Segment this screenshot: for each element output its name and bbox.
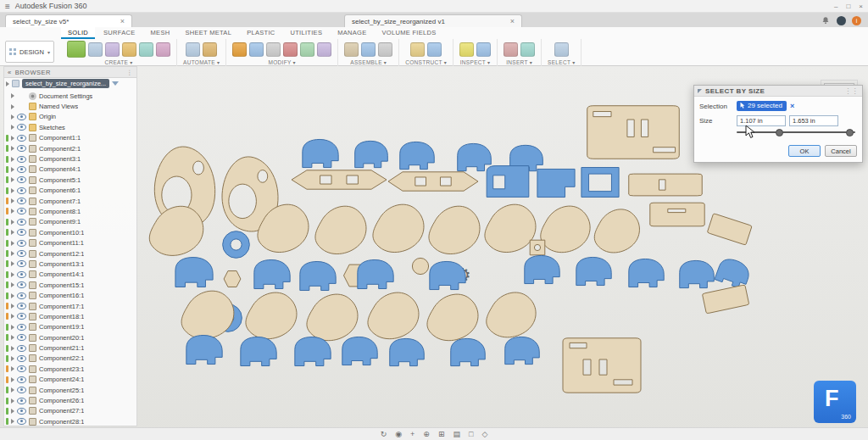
part-frame[interactable] (581, 168, 619, 198)
ribbon-group-dropdown[interactable]: INSPECT (460, 59, 491, 65)
chevron-right-icon[interactable] (11, 230, 14, 235)
chevron-right-icon[interactable] (11, 136, 14, 141)
chevron-right-icon[interactable] (11, 114, 14, 120)
part-comma[interactable] (295, 337, 331, 365)
part-plate[interactable] (650, 203, 704, 226)
part-egg[interactable] (427, 294, 478, 341)
orbit-icon[interactable]: ↻ (381, 431, 387, 438)
size-range-slider[interactable] (737, 128, 855, 136)
part-comma[interactable] (680, 260, 714, 287)
visibility-eye-icon[interactable] (17, 114, 26, 120)
visibility-eye-icon[interactable] (17, 324, 26, 331)
browser-root-row[interactable]: select_by_size_reorganize... (4, 78, 136, 89)
visibility-eye-icon[interactable] (17, 365, 26, 372)
tree-item[interactable]: Component1:1 (4, 133, 136, 143)
chevron-right-icon[interactable] (11, 293, 14, 298)
root-component-label[interactable]: select_by_size_reorganize... (22, 79, 109, 88)
selection-count-badge[interactable]: 29 selected (737, 101, 787, 111)
pan-icon[interactable]: + (410, 431, 415, 438)
drag-grip-icon[interactable]: ⋮⋮ (844, 87, 859, 95)
fillet-icon[interactable] (249, 42, 264, 57)
clear-selection-icon[interactable]: × (790, 102, 794, 110)
chevron-right-icon[interactable] (6, 81, 9, 86)
ribbon-group-dropdown[interactable]: CONSTRUCT (405, 59, 447, 65)
document-tab[interactable]: select_by_size_reorganized v1 × (344, 14, 522, 27)
size-min-input[interactable]: 1.107 in (737, 115, 786, 126)
visibility-eye-icon[interactable] (17, 198, 26, 204)
chevron-right-icon[interactable] (11, 209, 14, 214)
tree-item[interactable]: Component9:1 (4, 217, 136, 227)
fusion-360-logo[interactable]: F 360 (814, 381, 856, 423)
chevron-right-icon[interactable] (11, 366, 14, 371)
part-comma[interactable] (400, 142, 434, 169)
chevron-right-icon[interactable] (11, 325, 14, 330)
zoom-icon[interactable]: ⊕ (423, 431, 430, 438)
minimize-button[interactable]: – (834, 3, 837, 10)
browser-options-icon[interactable]: ⋮ (126, 69, 133, 76)
scripts-addins-icon[interactable] (203, 42, 217, 57)
visibility-eye-icon[interactable] (17, 281, 26, 288)
decal-icon[interactable] (520, 42, 535, 57)
document-tab[interactable]: select_by_size v5* × (5, 14, 132, 27)
ribbon-tab[interactable]: MANAGE (331, 27, 373, 39)
ribbon-group-dropdown[interactable]: CREATE (105, 59, 133, 65)
chevron-right-icon[interactable] (11, 125, 14, 130)
tree-item[interactable]: Component11:1 (4, 237, 136, 248)
chevron-right-icon[interactable] (11, 335, 14, 340)
tree-item[interactable]: Component25:1 (4, 385, 136, 395)
chevron-right-icon[interactable] (11, 104, 14, 109)
visibility-eye-icon[interactable] (17, 229, 26, 236)
notification-bell-icon[interactable] (821, 15, 831, 25)
tree-item[interactable]: Component17:1 (4, 301, 136, 311)
ribbon-group-dropdown[interactable]: MODIFY (269, 59, 296, 65)
user-avatar[interactable] (837, 16, 846, 25)
tree-item[interactable]: Component28:1 (4, 416, 136, 426)
part-comma[interactable] (186, 335, 222, 364)
chevron-right-icon[interactable] (11, 220, 14, 225)
select-tool-icon[interactable] (554, 42, 569, 57)
cancel-button[interactable]: Cancel (825, 145, 857, 157)
dialog-header[interactable]: SELECT BY SIZE ⋮⋮ (694, 86, 862, 97)
section-analysis-icon[interactable] (476, 42, 491, 57)
pattern-icon[interactable] (156, 42, 170, 57)
new-sketch-icon[interactable] (67, 41, 86, 58)
new-component-icon[interactable] (344, 42, 359, 57)
part-comma[interactable] (525, 255, 559, 283)
tree-item[interactable]: Component24:1 (4, 375, 136, 385)
slider-handle-min[interactable] (776, 129, 783, 136)
visibility-eye-icon[interactable] (17, 156, 26, 163)
part-comma[interactable] (390, 338, 424, 365)
chevron-right-icon[interactable] (11, 272, 14, 277)
measure-icon[interactable] (459, 42, 474, 57)
tree-item[interactable]: Component22:1 (4, 354, 136, 364)
ribbon-tab[interactable]: MESH (144, 27, 177, 39)
part-egg[interactable] (429, 206, 480, 253)
chevron-right-icon[interactable] (11, 377, 14, 382)
part-egg[interactable] (487, 292, 536, 337)
slider-track[interactable] (737, 131, 855, 133)
rigid-group-icon[interactable] (378, 42, 392, 57)
revolve-icon[interactable] (105, 42, 120, 57)
part-zigzag[interactable] (388, 172, 478, 191)
part-comma[interactable] (629, 259, 664, 287)
look-at-icon[interactable]: ◉ (395, 431, 402, 438)
chevron-right-icon[interactable] (11, 157, 14, 162)
tree-item[interactable]: Component3:1 (4, 153, 136, 164)
slider-handle-max[interactable] (846, 129, 854, 136)
fit-icon[interactable]: ⊞ (438, 431, 445, 438)
tree-item[interactable]: Component23:1 (4, 364, 136, 374)
ribbon-tab[interactable]: PLASTIC (240, 27, 281, 39)
tree-item[interactable]: Sketches (4, 122, 136, 132)
part-comma[interactable] (355, 141, 388, 167)
tree-item[interactable]: Component4:1 (4, 164, 136, 175)
part-egg[interactable] (315, 206, 366, 253)
chevron-right-icon[interactable] (11, 282, 14, 287)
part-hex[interactable] (224, 271, 241, 287)
part-egg[interactable] (307, 294, 358, 341)
visibility-eye-icon[interactable] (17, 145, 26, 152)
visibility-eye-icon[interactable] (17, 355, 26, 362)
tree-item[interactable]: Named Views (4, 101, 136, 111)
part-comma[interactable] (458, 143, 492, 170)
part-egg[interactable] (246, 292, 297, 339)
chevron-right-icon[interactable] (11, 356, 14, 361)
